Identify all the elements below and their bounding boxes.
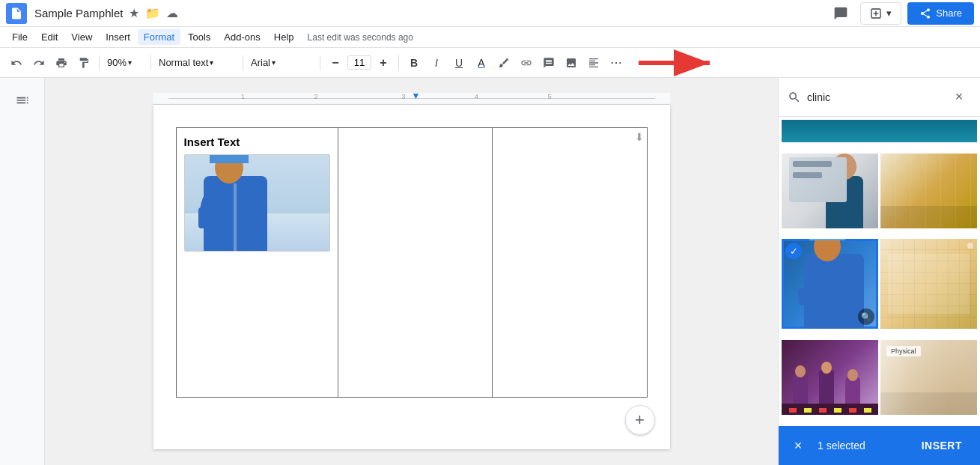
search-container	[788, 91, 941, 104]
zoom-selector[interactable]: 90% ▾	[104, 55, 146, 70]
font-size-increase-button[interactable]: +	[373, 52, 394, 73]
link-button[interactable]	[516, 52, 537, 73]
insert-button[interactable]: INSERT	[913, 435, 971, 456]
cloud-icon[interactable]: ☁	[165, 4, 180, 22]
insert-element-button[interactable]: +	[625, 405, 655, 435]
meet-dropdown-arrow: ▾	[886, 7, 892, 19]
image-grid: ✓ 🔍	[779, 117, 980, 426]
document-title: Sample Pamphlet	[34, 7, 123, 19]
divider-4	[320, 55, 320, 70]
selected-checkmark: ✓	[785, 243, 802, 259]
underline-button[interactable]: U	[448, 52, 469, 73]
image-item-corridor-top[interactable]	[880, 154, 977, 228]
menubar: File Edit View Insert Format Tools Add-o…	[0, 27, 980, 48]
table-cell-1[interactable]: Insert Text	[176, 128, 338, 398]
cancel-selection-button[interactable]: ×	[788, 435, 809, 456]
image-item-physical-therapy[interactable]: Physical	[880, 340, 977, 415]
highlight-button[interactable]	[493, 52, 514, 73]
menu-tools[interactable]: Tools	[182, 29, 216, 45]
menu-view[interactable]: View	[65, 29, 98, 45]
selection-count: 1 selected	[818, 440, 904, 452]
insert-image-button[interactable]	[561, 52, 582, 73]
zoom-icon[interactable]: 🔍	[858, 309, 874, 325]
doctor-image	[184, 154, 330, 252]
app-icon	[6, 3, 27, 24]
image-search-input[interactable]	[807, 91, 941, 103]
panel-close-button[interactable]: ×	[947, 85, 971, 109]
print-button[interactable]	[51, 52, 72, 73]
style-dropdown-arrow: ▾	[210, 58, 213, 67]
folder-icon[interactable]: 📁	[144, 4, 162, 22]
undo-button[interactable]	[6, 52, 27, 73]
menu-insert[interactable]: Insert	[100, 29, 136, 45]
star-icon[interactable]: ★	[127, 4, 141, 22]
search-icon	[788, 91, 801, 104]
menu-file[interactable]: File	[6, 29, 34, 45]
panel-header: ×	[779, 78, 980, 117]
zoom-dropdown-arrow: ▾	[128, 58, 132, 67]
share-button[interactable]: Share	[907, 2, 974, 25]
redo-button[interactable]	[28, 52, 49, 73]
right-actions: ▾ Share	[827, 0, 974, 27]
image-item-waiting-room[interactable]	[782, 340, 878, 415]
document-area: 1 2 3 4 5 ▼ Insert Text	[45, 78, 778, 465]
text-color-button[interactable]: A	[471, 52, 492, 73]
table-cell-2[interactable]	[338, 128, 493, 398]
image-item-top-partial[interactable]	[782, 120, 977, 142]
document-page: Insert Text	[153, 105, 670, 449]
image-search-panel: ×	[778, 78, 980, 465]
table-cell-3[interactable]: ⬇	[493, 128, 648, 398]
cell-1-heading: Insert Text	[184, 136, 330, 148]
font-size-decrease-button[interactable]: −	[325, 52, 346, 73]
menu-help[interactable]: Help	[268, 29, 300, 45]
document-table: Insert Text	[176, 127, 648, 398]
outline-toggle-button[interactable]	[7, 85, 37, 115]
comments-button[interactable]	[827, 0, 854, 27]
more-options-button[interactable]: ⋯	[606, 52, 627, 73]
menu-addons[interactable]: Add-ons	[218, 29, 266, 45]
image-item-building[interactable]	[880, 239, 977, 329]
toolbar: 90% ▾ Normal text ▾ Arial ▾ − + B I U A …	[0, 48, 980, 78]
red-arrow	[631, 49, 721, 76]
image-item-doctor-selected[interactable]: ✓ 🔍	[782, 239, 878, 329]
comment-button[interactable]	[538, 52, 559, 73]
paint-format-button[interactable]	[73, 52, 94, 73]
bold-button[interactable]: B	[404, 52, 424, 73]
divider-2	[150, 55, 151, 70]
new-meeting-button[interactable]: ▾	[860, 2, 901, 25]
font-size-input[interactable]	[347, 55, 371, 70]
italic-button[interactable]: I	[426, 52, 447, 73]
menu-format[interactable]: Format	[138, 29, 180, 45]
text-style-selector[interactable]: Normal text ▾	[156, 55, 238, 70]
selection-bar: × 1 selected INSERT	[779, 426, 980, 465]
divider-3	[243, 55, 243, 70]
main-area: 1 2 3 4 5 ▼ Insert Text	[0, 78, 980, 465]
titlebar: Sample Pamphlet ★ 📁 ☁ ▾ Share	[0, 0, 980, 27]
divider-5	[398, 55, 399, 70]
font-selector[interactable]: Arial ▾	[248, 55, 315, 70]
left-sidebar	[0, 78, 45, 465]
image-item-nurse[interactable]	[782, 154, 878, 228]
last-edit-text: Last edit was seconds ago	[308, 32, 413, 43]
alignment-button[interactable]	[583, 52, 604, 73]
font-dropdown-arrow: ▾	[272, 58, 276, 67]
share-label: Share	[936, 7, 962, 19]
menu-edit[interactable]: Edit	[35, 29, 64, 45]
title-icons: ★ 📁 ☁	[127, 4, 180, 22]
divider-1	[99, 55, 100, 70]
